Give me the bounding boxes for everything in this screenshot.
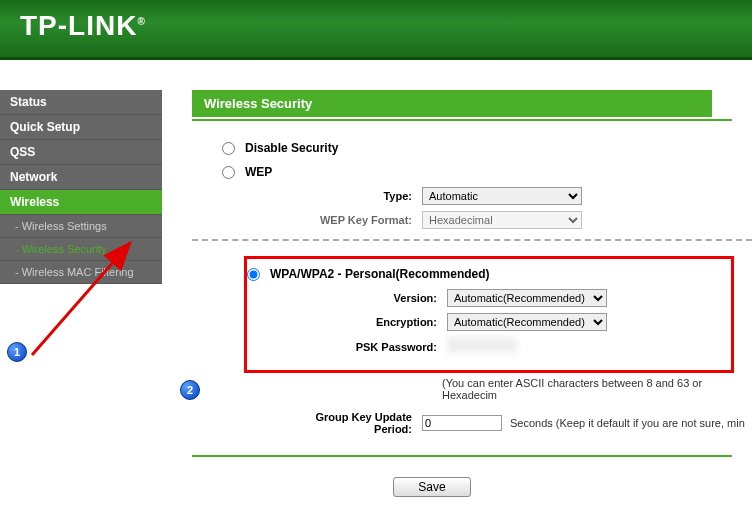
select-wep-keyformat[interactable]: Hexadecimal	[422, 211, 582, 229]
select-wpa-version[interactable]: Automatic(Recommended)	[447, 289, 607, 307]
label-wep: WEP	[245, 165, 272, 179]
sidebar-item-status[interactable]: Status	[0, 90, 162, 115]
save-button[interactable]: Save	[393, 477, 470, 497]
sidebar-subitem-wireless-mac-filtering[interactable]: - Wireless MAC Filtering	[0, 261, 162, 284]
input-group-key-period[interactable]	[422, 415, 502, 431]
label-wpa-personal: WPA/WPA2 - Personal(Recommended)	[270, 267, 490, 281]
radio-wep[interactable]	[222, 166, 235, 179]
radio-disable-security[interactable]	[222, 142, 235, 155]
sidebar-item-quick-setup[interactable]: Quick Setup	[0, 115, 162, 140]
label-disable-security: Disable Security	[245, 141, 338, 155]
select-wep-type[interactable]: Automatic	[422, 187, 582, 205]
content-area: Wireless Security Disable Security WEP T…	[162, 60, 752, 497]
annotation-badge-2: 2	[180, 380, 200, 400]
sidebar-item-network[interactable]: Network	[0, 165, 162, 190]
brand-logo: TP-LINK®	[20, 10, 732, 42]
label-wpa-version: Version:	[307, 292, 447, 304]
input-psk-password[interactable]	[447, 337, 517, 353]
label-wep-type: Type:	[282, 190, 422, 202]
sidebar-item-wireless[interactable]: Wireless	[0, 190, 162, 215]
header: TP-LINK®	[0, 0, 752, 60]
page-title: Wireless Security	[192, 90, 712, 117]
annotation-badge-1: 1	[7, 342, 27, 362]
label-wpa-encryption: Encryption:	[307, 316, 447, 328]
label-group-key-period: Group Key Update Period:	[282, 411, 422, 435]
label-psk-password: PSK Password:	[307, 341, 447, 353]
psk-hint: (You can enter ASCII characters between …	[222, 377, 752, 401]
divider-bottom	[192, 455, 732, 457]
section-divider	[192, 239, 752, 241]
label-wep-keyformat: WEP Key Format:	[282, 214, 422, 226]
sidebar: Status Quick Setup QSS Network Wireless …	[0, 60, 162, 497]
radio-wpa-personal[interactable]	[247, 268, 260, 281]
divider	[192, 119, 732, 121]
group-key-note: Seconds (Keep it default if you are not …	[510, 417, 745, 429]
sidebar-subitem-wireless-security[interactable]: - Wireless Security	[0, 238, 162, 261]
select-wpa-encryption[interactable]: Automatic(Recommended)	[447, 313, 607, 331]
sidebar-item-qss[interactable]: QSS	[0, 140, 162, 165]
sidebar-subitem-wireless-settings[interactable]: - Wireless Settings	[0, 215, 162, 238]
highlight-wpa-box: WPA/WPA2 - Personal(Recommended) Version…	[244, 256, 734, 373]
